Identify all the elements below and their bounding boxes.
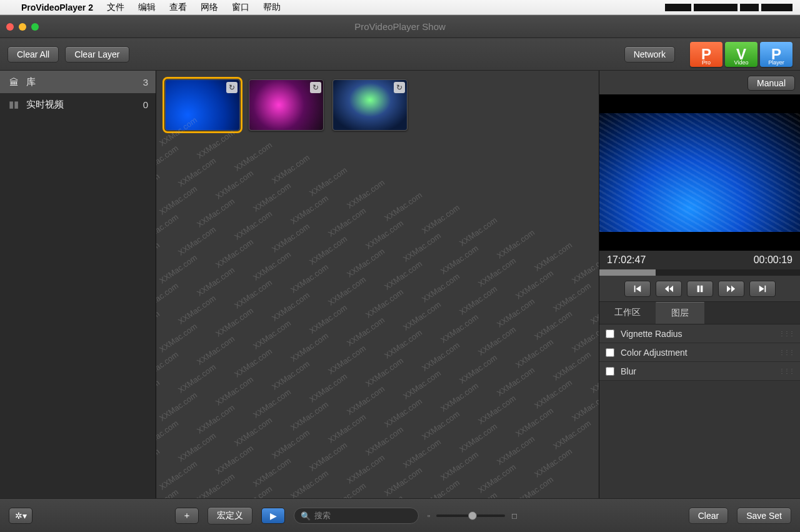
menubar-right-icons	[665, 4, 792, 11]
fast-forward-button[interactable]	[718, 281, 744, 297]
sidebar-item-count: 3	[143, 77, 148, 88]
rewind-button[interactable]	[656, 281, 682, 297]
go-to-end-button[interactable]	[749, 281, 776, 297]
thumb-small-icon: ▫	[428, 511, 430, 520]
sidebar-item-live-video[interactable]: ▮▮ 实时视频 0	[0, 93, 156, 116]
menu-view[interactable]: 查看	[169, 2, 187, 13]
sidebar-item-label: 实时视频	[26, 99, 64, 111]
effect-label: Blur	[621, 366, 636, 376]
menu-edit[interactable]: 编辑	[138, 2, 156, 13]
drag-handle-icon[interactable]: ⋮⋮⋮	[779, 368, 794, 374]
menu-network[interactable]: 网络	[201, 2, 218, 13]
time-remaining: 00:00:19	[754, 254, 792, 266]
layout-toggle-button[interactable]: ▶	[261, 508, 285, 524]
drag-handle-icon[interactable]: ⋮⋮⋮	[779, 330, 794, 337]
tab-workspace[interactable]: 工作区	[599, 302, 656, 324]
search-field[interactable]: 🔍 搜索	[294, 508, 419, 524]
effect-checkbox[interactable]	[606, 367, 614, 376]
clip-grid: ↻ ↻ ↻ XXMac.comXXMac.comXXMac.comXXMac.c…	[156, 71, 599, 498]
effect-row[interactable]: Color Adjustment ⋮⋮⋮	[599, 343, 800, 362]
go-to-start-button[interactable]	[624, 281, 651, 297]
effect-checkbox[interactable]	[606, 348, 614, 357]
network-button[interactable]: Network	[624, 46, 675, 63]
effect-row[interactable]: Blur ⋮⋮⋮	[599, 362, 800, 381]
window-close-button[interactable]	[6, 23, 14, 31]
time-display: 17:02:47 00:00:19	[599, 251, 800, 269]
search-placeholder: 搜索	[314, 510, 331, 521]
manual-button[interactable]: Manual	[748, 76, 795, 91]
clip-thumbnail[interactable]: ↻	[332, 79, 408, 131]
window-titlebar: ProVideoPlayer Show	[0, 16, 800, 38]
loop-icon[interactable]: ↻	[310, 82, 321, 93]
sidebar-item-library[interactable]: 🏛 库 3	[0, 71, 156, 93]
settings-gear-button[interactable]: ✲▾	[9, 508, 32, 524]
loop-icon[interactable]: ↻	[394, 82, 405, 93]
add-button[interactable]: ＋	[175, 508, 199, 524]
clip-thumbnail[interactable]: ↻	[165, 79, 240, 131]
inspector-tabs: 工作区 图层	[599, 302, 800, 324]
effect-label: Vignette Radius	[621, 329, 682, 339]
playhead-progress[interactable]	[599, 269, 800, 276]
macro-button[interactable]: 宏定义	[208, 507, 252, 524]
pvp-logo: PPro VVideo PPlayer	[690, 42, 792, 67]
zoom-slider[interactable]	[436, 514, 505, 517]
sidebar: 🏛 库 3 ▮▮ 实时视频 0	[0, 71, 156, 498]
bottom-toolbar: ✲▾ ＋ 宏定义 ▶ 🔍 搜索 ▫ ◻ Clear Save Set	[0, 498, 800, 532]
camera-icon: ▮▮	[8, 99, 20, 110]
drag-handle-icon[interactable]: ⋮⋮⋮	[779, 349, 794, 356]
clear-button[interactable]: Clear	[689, 508, 728, 524]
transport-controls	[599, 276, 800, 302]
time-elapsed: 17:02:47	[607, 254, 646, 266]
effect-row[interactable]: Vignette Radius ⋮⋮⋮	[599, 324, 800, 343]
preview-monitor	[599, 94, 800, 251]
save-set-button[interactable]: Save Set	[737, 508, 791, 524]
effects-list: Vignette Radius ⋮⋮⋮ Color Adjustment ⋮⋮⋮…	[599, 324, 800, 381]
pause-button[interactable]	[687, 281, 713, 297]
loop-icon[interactable]: ↻	[226, 82, 238, 93]
inspector-panel: Manual 17:02:47 00:00:19 工作区 图层	[599, 71, 800, 498]
clip-thumbnail[interactable]: ↻	[249, 79, 324, 131]
app-window: ProVideoPlayer Show Clear All Clear Laye…	[0, 15, 800, 532]
thumb-large-icon: ◻	[511, 511, 518, 520]
toolbar: Clear All Clear Layer Network PPro VVide…	[0, 38, 800, 71]
effect-label: Color Adjustment	[621, 348, 688, 358]
mac-menubar: ProVideoPlayer 2 文件 编辑 查看 网络 窗口 帮助	[0, 0, 800, 15]
inspector-empty-area	[599, 381, 800, 498]
watermark: XXMac.comXXMac.comXXMac.comXXMac.comXXMa…	[156, 127, 599, 498]
library-icon: 🏛	[8, 77, 20, 88]
window-zoom-button[interactable]	[31, 23, 39, 31]
menu-help[interactable]: 帮助	[263, 2, 281, 13]
zoom-slider-group: ▫ ◻	[428, 511, 518, 520]
search-icon: 🔍	[301, 511, 311, 521]
clear-all-button[interactable]: Clear All	[8, 46, 59, 63]
sidebar-item-count: 0	[143, 99, 148, 110]
effect-checkbox[interactable]	[606, 329, 614, 338]
window-minimize-button[interactable]	[19, 23, 26, 31]
menu-window[interactable]: 窗口	[232, 2, 249, 13]
window-title: ProVideoPlayer Show	[354, 21, 446, 32]
menu-file[interactable]: 文件	[107, 2, 124, 13]
sidebar-item-label: 库	[26, 76, 36, 88]
clear-layer-button[interactable]: Clear Layer	[65, 46, 129, 63]
app-name[interactable]: ProVideoPlayer 2	[21, 3, 93, 13]
tab-layers[interactable]: 图层	[656, 302, 704, 324]
